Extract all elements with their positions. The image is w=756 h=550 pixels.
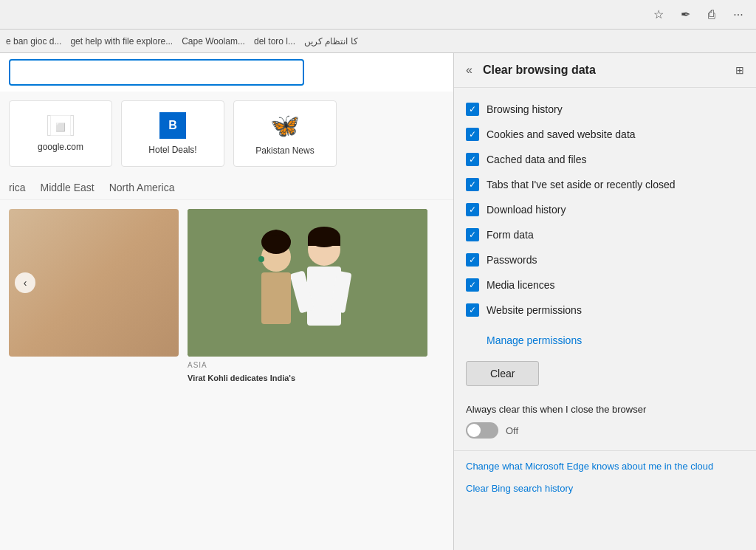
quick-link-hotel[interactable]: B Hotel Deals!: [121, 100, 224, 167]
virat-image: [188, 209, 427, 357]
quick-links: ⬜ google.com B Hotel Deals! 🦋 Pakistan N…: [0, 92, 454, 176]
search-area: [0, 53, 454, 92]
clear-bing-link[interactable]: Clear Bing search history: [466, 482, 744, 495]
check-mark: ✓: [469, 130, 476, 139]
fav-item-5[interactable]: کا انتظام کریں: [304, 36, 358, 47]
check-mark: ✓: [469, 306, 476, 314]
checkbox-media-box[interactable]: ✓: [466, 278, 479, 292]
checkbox-permissions-box[interactable]: ✓: [466, 303, 479, 317]
checkbox-cookies-label: Cookies and saved website data: [487, 128, 636, 140]
news-categories: rica Middle East North America: [0, 176, 454, 200]
checkbox-list: ✓ Browsing history ✓ Cookies and saved w…: [454, 88, 756, 331]
change-edge-link[interactable]: Change what Microsoft Edge knows about m…: [466, 460, 744, 473]
news-item-virat: ASIA Virat Kohli dedicates India's: [188, 209, 427, 382]
clear-button-container: Clear: [454, 355, 756, 398]
checkbox-downloads-label: Download history: [487, 204, 566, 216]
checkbox-cookies[interactable]: ✓ Cookies and saved website data: [466, 122, 744, 147]
fav-item-4[interactable]: del toro l...: [254, 36, 295, 47]
always-clear-toggle[interactable]: [466, 422, 498, 439]
check-mark: ✓: [469, 281, 476, 289]
checkbox-cached-label: Cached data and files: [487, 154, 586, 165]
more-menu-icon[interactable]: ···: [726, 3, 750, 27]
checkbox-cookies-box[interactable]: ✓: [466, 128, 479, 141]
check-mark: ✓: [469, 255, 476, 264]
toggle-state-label: Off: [506, 425, 518, 436]
favorites-icon[interactable]: ☆: [647, 3, 670, 27]
checkbox-downloads-box[interactable]: ✓: [466, 203, 479, 216]
checkbox-permissions-label: Website permissions: [487, 304, 582, 316]
panel-title: Clear browsing data: [483, 63, 728, 77]
checkbox-form-label: Form data: [487, 229, 534, 241]
checkbox-tabs-label: Tabs that I've set aside or recently clo…: [487, 179, 676, 190]
fav-item-1[interactable]: e ban gioc d...: [6, 36, 61, 47]
browser-toolbar: ☆ ✒ ⎙ ···: [0, 0, 756, 30]
checkbox-cached[interactable]: ✓ Cached data and files: [466, 147, 744, 172]
news-item-hotel: ‹: [9, 209, 179, 382]
checkbox-cached-box[interactable]: ✓: [466, 153, 479, 166]
clear-browsing-panel: « Clear browsing data ⊞ ✓ Browsing histo…: [453, 53, 756, 550]
panel-back-button[interactable]: «: [466, 63, 472, 77]
quick-link-google[interactable]: ⬜ google.com: [9, 100, 112, 167]
check-mark: ✓: [469, 105, 476, 114]
svg-text:⬜: ⬜: [55, 122, 66, 132]
checkbox-permissions[interactable]: ✓ Website permissions: [466, 298, 744, 323]
clear-button[interactable]: Clear: [466, 361, 539, 386]
news-cat-2[interactable]: Middle East: [41, 182, 94, 193]
quick-link-pakistan-label: Pakistan News: [255, 145, 314, 156]
pen-icon[interactable]: ✒: [673, 3, 697, 27]
checkbox-browsing-history-box[interactable]: ✓: [466, 103, 479, 116]
quick-link-pakistan[interactable]: 🦋 Pakistan News: [233, 100, 337, 167]
news-cat-3[interactable]: North America: [109, 182, 175, 193]
hotel-image: ‹: [9, 209, 179, 357]
checkbox-browsing-history-label: Browsing history: [487, 103, 563, 115]
checkbox-form[interactable]: ✓ Form data: [466, 222, 744, 247]
checkbox-media-label: Media licences: [487, 279, 555, 291]
person-silhouette: [188, 209, 427, 357]
check-mark: ✓: [469, 180, 476, 189]
news-grid: ‹: [0, 200, 454, 391]
check-mark: ✓: [469, 205, 476, 214]
share-icon[interactable]: ⎙: [700, 3, 724, 27]
bing-icon: B: [159, 112, 186, 139]
svg-rect-11: [261, 272, 291, 324]
checkbox-passwords-label: Passwords: [487, 254, 537, 266]
fav-item-2[interactable]: get help with file explore...: [70, 36, 173, 47]
svg-rect-8: [308, 237, 340, 246]
panel-pin-button[interactable]: ⊞: [735, 64, 744, 76]
checkbox-passwords[interactable]: ✓ Passwords: [466, 247, 744, 272]
svg-point-12: [258, 256, 264, 262]
checkbox-media[interactable]: ✓ Media licences: [466, 272, 744, 298]
check-mark: ✓: [469, 155, 476, 164]
always-clear-section: Always clear this when I close the brows…: [454, 398, 756, 450]
news-category-label: ASIA: [188, 361, 427, 369]
panel-header: « Clear browsing data ⊞: [454, 53, 756, 88]
quick-link-google-label: google.com: [38, 142, 83, 152]
prev-news-button[interactable]: ‹: [15, 272, 35, 293]
toggle-thumb: [467, 424, 481, 437]
checkbox-tabs[interactable]: ✓ Tabs that I've set aside or recently c…: [466, 172, 744, 197]
bottom-links: Change what Microsoft Edge knows about m…: [454, 450, 756, 513]
toggle-row: Off: [466, 422, 744, 439]
manage-permissions-link[interactable]: Manage permissions: [454, 331, 756, 355]
favorites-bar: e ban gioc d... get help with file explo…: [0, 30, 756, 53]
news-headline: Virat Kohli dedicates India's: [188, 369, 427, 382]
main-content: ⬜ google.com B Hotel Deals! 🦋 Pakistan N…: [0, 53, 756, 550]
butterfly-icon: 🦋: [270, 111, 300, 140]
search-bar[interactable]: [9, 59, 304, 86]
always-clear-label: Always clear this when I close the brows…: [466, 404, 744, 415]
news-cat-1[interactable]: rica: [9, 182, 26, 193]
news-caption-container: ASIA Virat Kohli dedicates India's: [188, 357, 427, 382]
checkbox-form-box[interactable]: ✓: [466, 228, 479, 241]
quick-link-hotel-label: Hotel Deals!: [148, 145, 196, 155]
checkbox-passwords-box[interactable]: ✓: [466, 253, 479, 267]
fav-item-3[interactable]: Cape Woolam...: [182, 36, 245, 47]
checkbox-browsing-history[interactable]: ✓ Browsing history: [466, 97, 744, 122]
checkbox-tabs-box[interactable]: ✓: [466, 178, 479, 191]
page-background: ⬜ google.com B Hotel Deals! 🦋 Pakistan N…: [0, 53, 454, 550]
checkbox-downloads[interactable]: ✓ Download history: [466, 197, 744, 222]
check-mark: ✓: [469, 230, 476, 239]
google-icon: ⬜: [47, 115, 74, 136]
